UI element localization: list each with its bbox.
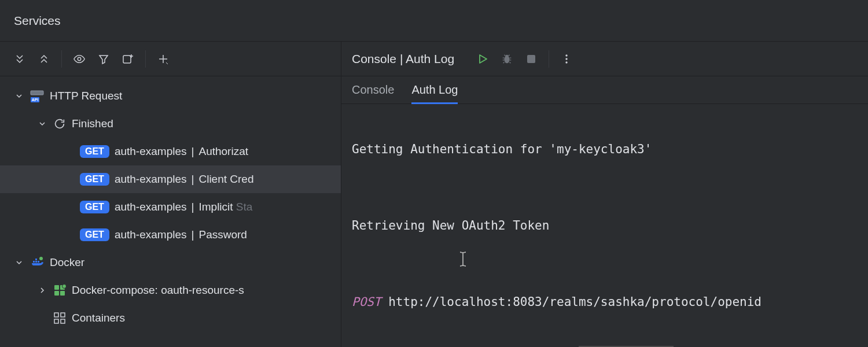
- compose-icon: [53, 284, 66, 297]
- detail-title: Console | Auth Log: [352, 52, 454, 66]
- svg-rect-17: [61, 313, 65, 317]
- svg-point-23: [565, 54, 567, 56]
- docker-icon: [30, 256, 44, 270]
- method-badge: GET: [80, 201, 109, 213]
- tree-node-containers[interactable]: Containers: [0, 304, 341, 332]
- svg-point-24: [565, 58, 567, 60]
- tree-label: Docker: [50, 256, 84, 269]
- auth-log-output[interactable]: Getting Authentication for 'my-keycloak3…: [341, 104, 868, 347]
- method-badge: GET: [80, 173, 109, 186]
- refresh-icon: [53, 117, 66, 130]
- panel-title: Services: [14, 14, 61, 28]
- svg-rect-16: [54, 313, 58, 317]
- tree-label: Docker-compose: oauth-resource-s: [72, 284, 244, 297]
- svg-rect-6: [33, 261, 35, 263]
- svg-rect-18: [54, 319, 58, 323]
- api-icon: API: [30, 89, 44, 103]
- tab-console[interactable]: Console: [352, 76, 394, 104]
- separator: [549, 50, 549, 68]
- svg-rect-14: [60, 291, 65, 296]
- chevron-right-icon: [37, 285, 47, 296]
- svg-rect-1: [123, 56, 131, 63]
- chevron-down-icon: [37, 119, 47, 129]
- detail-toolbar: Console | Auth Log: [341, 42, 868, 76]
- tree-request-item[interactable]: GET auth-examples|Client Cred: [0, 165, 341, 193]
- svg-point-10: [39, 257, 43, 260]
- svg-rect-11: [54, 285, 59, 290]
- log-line: POST http://localhost:8083/realms/sashka…: [352, 289, 858, 315]
- add-icon[interactable]: [154, 50, 172, 68]
- tree-label: auth-examples|Password: [115, 228, 247, 241]
- tree-request-item[interactable]: GET auth-examples|Implicit Sta: [0, 193, 341, 221]
- tree-label: auth-examples|Authorizat: [115, 145, 248, 158]
- separator: [145, 50, 146, 68]
- method-badge: GET: [80, 145, 109, 158]
- tree-label: Finished: [72, 117, 113, 130]
- tree-request-item[interactable]: GET auth-examples|Password: [0, 221, 341, 249]
- expand-all-icon[interactable]: [10, 50, 29, 68]
- tree-label: Containers: [72, 312, 125, 324]
- svg-point-15: [62, 285, 67, 289]
- tree-node-docker-compose[interactable]: Docker-compose: oauth-resource-s: [0, 276, 341, 304]
- tree-toolbar: [0, 42, 341, 76]
- collapse-all-icon[interactable]: [35, 50, 53, 68]
- tree-label: auth-examples|Implicit Sta: [115, 201, 253, 213]
- service-tree[interactable]: API HTTP Request Finished GET auth-examp…: [0, 76, 341, 347]
- detail-tabs: Console Auth Log: [341, 76, 868, 104]
- svg-rect-2: [31, 91, 43, 95]
- svg-point-0: [78, 57, 81, 61]
- right-panel: Console | Auth Log Console Auth Log Gett…: [341, 42, 868, 347]
- svg-point-25: [565, 61, 567, 63]
- svg-rect-19: [61, 319, 65, 323]
- new-session-icon[interactable]: [119, 50, 137, 68]
- stop-icon[interactable]: [521, 49, 542, 69]
- separator: [61, 50, 62, 68]
- filter-icon[interactable]: [94, 50, 113, 68]
- svg-rect-7: [35, 261, 37, 263]
- svg-rect-8: [35, 259, 37, 260]
- left-panel: API HTTP Request Finished GET auth-examp…: [0, 42, 341, 347]
- panel-header: Services: [0, 0, 868, 42]
- tree-label: auth-examples|Client Cred: [115, 173, 254, 186]
- show-icon[interactable]: [70, 50, 89, 68]
- log-line: Getting Authentication for 'my-keycloak3…: [352, 136, 858, 162]
- svg-point-21: [505, 54, 509, 58]
- tree-label: HTTP Request: [50, 90, 122, 102]
- chevron-down-icon: [14, 91, 24, 101]
- svg-text:API: API: [32, 98, 39, 102]
- tree-request-item[interactable]: GET auth-examples|Authorizat: [0, 138, 341, 165]
- containers-icon: [53, 312, 66, 324]
- log-line: Retrieving New OAuth2 Token: [352, 213, 858, 238]
- method-badge: GET: [80, 228, 109, 241]
- tree-node-finished[interactable]: Finished: [0, 110, 341, 138]
- tree-node-docker[interactable]: Docker: [0, 249, 341, 276]
- svg-rect-13: [54, 291, 59, 296]
- log-line: Authorization: Basic myclient3 client_se…: [352, 340, 858, 347]
- run-icon[interactable]: [472, 49, 493, 69]
- tab-auth-log[interactable]: Auth Log: [411, 76, 458, 104]
- chevron-down-icon: [14, 257, 24, 268]
- svg-rect-9: [38, 261, 39, 263]
- tree-node-http-request[interactable]: API HTTP Request: [0, 82, 341, 110]
- svg-rect-22: [527, 55, 535, 63]
- debug-icon[interactable]: [496, 49, 517, 69]
- more-icon[interactable]: [556, 49, 577, 69]
